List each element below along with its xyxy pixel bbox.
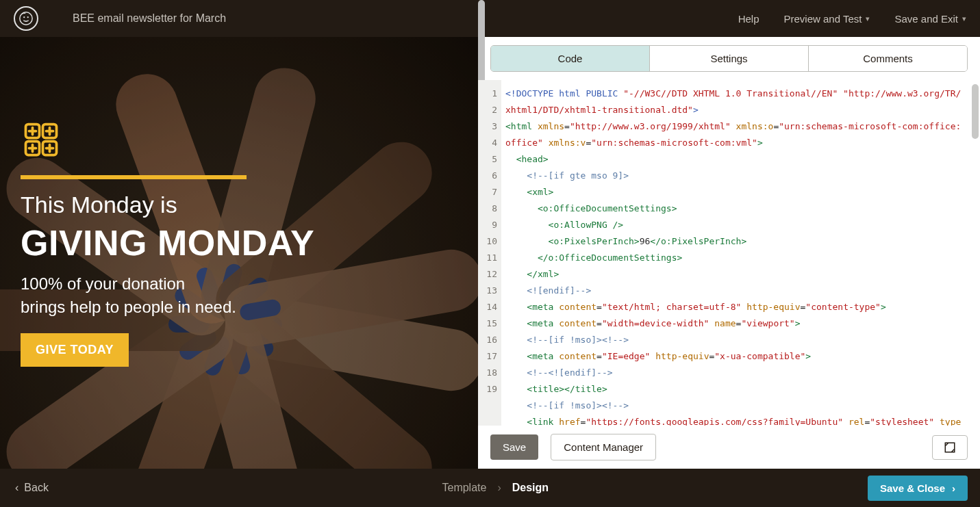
subhead-line2: brings help to people in need.	[21, 298, 457, 317]
code-line[interactable]: <meta content="text/html; charset=utf-8"…	[505, 299, 973, 315]
code-scrollbar[interactable]	[972, 84, 979, 139]
line-number: 19	[478, 381, 497, 398]
code-line[interactable]: <meta content="width=device-width" name=…	[505, 315, 973, 332]
code-line[interactable]: <!--<![endif]-->	[505, 365, 973, 381]
line-number: 5	[478, 151, 497, 168]
expand-editor-button[interactable]	[932, 435, 968, 460]
code-line[interactable]: <!--[if gte mso 9]>	[505, 168, 973, 184]
code-line[interactable]: </xml>	[505, 266, 973, 283]
line-number: 9	[478, 217, 497, 233]
content-manager-button[interactable]: Content Manager	[551, 434, 656, 460]
crumb-template[interactable]: Template	[442, 482, 486, 494]
headline-line1: This Monday is	[21, 192, 457, 218]
editor-tabs: Code Settings Comments	[490, 45, 968, 72]
line-number: 10	[478, 233, 497, 250]
line-number: 14	[478, 299, 497, 315]
help-label: Help	[738, 13, 759, 25]
accent-divider	[21, 175, 247, 179]
line-number: 3	[478, 118, 497, 135]
line-number: 1	[478, 86, 497, 102]
svg-point-2	[27, 16, 29, 18]
preview-content: This Monday is GIVING MONDAY 100% of you…	[0, 37, 478, 367]
email-preview-pane: This Monday is GIVING MONDAY 100% of you…	[0, 37, 478, 469]
chevron-right-icon: ›	[952, 482, 955, 494]
tab-comments[interactable]: Comments	[808, 46, 967, 71]
back-label: Back	[24, 482, 49, 494]
code-line[interactable]: <html xmlns="http://www.w3.org/1999/xhtm…	[505, 118, 973, 135]
crumb-design[interactable]: Design	[512, 482, 549, 494]
save-close-label: Save & Close	[880, 482, 945, 494]
line-number: 6	[478, 168, 497, 184]
tab-settings[interactable]: Settings	[649, 46, 808, 71]
code-line[interactable]: <o:OfficeDocumentSettings>	[505, 200, 973, 217]
help-link[interactable]: Help	[738, 13, 759, 25]
svg-point-1	[23, 16, 25, 18]
subhead-line1: 100% of your donation	[21, 274, 457, 294]
save-exit-menu[interactable]: Save and Exit ▾	[894, 13, 966, 25]
main-split: This Monday is GIVING MONDAY 100% of you…	[0, 37, 980, 469]
hands-together-icon	[21, 119, 62, 160]
code-line[interactable]: office" xmlns:v="urn:schemas-microsoft-c…	[505, 135, 973, 151]
chevron-right-icon: ›	[497, 482, 501, 494]
code-line[interactable]: <xml>	[505, 184, 973, 200]
save-button[interactable]: Save	[490, 434, 538, 460]
code-line[interactable]: <head>	[505, 151, 973, 168]
code-content[interactable]: <!DOCTYPE html PUBLIC "-//W3C//DTD XHTML…	[501, 80, 980, 426]
chevron-left-icon: ‹	[15, 482, 18, 494]
preview-test-label: Preview and Test	[783, 13, 862, 25]
give-today-button[interactable]: GIVE TODAY	[21, 333, 129, 367]
back-button[interactable]: ‹ Back	[15, 482, 49, 494]
app-footer: ‹ Back Template › Design Save & Close ›	[0, 469, 980, 507]
breadcrumb: Template › Design	[442, 482, 549, 494]
code-line[interactable]: </o:OfficeDocumentSettings>	[505, 250, 973, 266]
line-number: 11	[478, 250, 497, 266]
code-line[interactable]: <o:AllowPNG />	[505, 217, 973, 233]
code-line[interactable]: <link href="https://fonts.googleapis.com…	[505, 414, 973, 426]
editor-pane: Code Settings Comments 12345678910111213…	[478, 37, 980, 469]
line-number: 15	[478, 315, 497, 332]
code-line[interactable]: <!--[if !mso]><!-->	[505, 398, 973, 414]
line-number-gutter: 12345678910111213141516171819	[478, 80, 501, 426]
code-line[interactable]: <title></title>	[505, 381, 973, 398]
code-line[interactable]: xhtml1/DTD/xhtml1-transitional.dtd">	[505, 102, 973, 118]
line-number: 7	[478, 184, 497, 200]
app-header: BEE email newsletter for March Help Prev…	[0, 0, 980, 37]
code-line[interactable]: <!DOCTYPE html PUBLIC "-//W3C//DTD XHTML…	[505, 86, 973, 102]
line-number: 16	[478, 332, 497, 348]
tab-code[interactable]: Code	[491, 46, 649, 71]
line-number: 8	[478, 200, 497, 217]
mailchimp-logo[interactable]	[14, 6, 38, 31]
line-number: 4	[478, 135, 497, 151]
line-number: 2	[478, 102, 497, 118]
line-number: 18	[478, 365, 497, 381]
preview-test-menu[interactable]: Preview and Test ▾	[783, 13, 870, 25]
code-line[interactable]: <o:PixelsPerInch>96</o:PixelsPerInch>	[505, 233, 973, 250]
line-number: 13	[478, 283, 497, 299]
code-line[interactable]: <![endif]-->	[505, 283, 973, 299]
code-line[interactable]: <meta content="IE=edge" http-equiv="x-ua…	[505, 348, 973, 365]
campaign-title: BEE email newsletter for March	[73, 12, 226, 25]
code-editor[interactable]: 12345678910111213141516171819 <!DOCTYPE …	[478, 80, 980, 426]
save-close-button[interactable]: Save & Close ›	[868, 476, 968, 501]
headline-line2: GIVING MONDAY	[21, 222, 457, 263]
svg-point-0	[20, 12, 32, 25]
editor-footer: Save Content Manager	[478, 426, 980, 469]
chevron-down-icon: ▾	[866, 14, 870, 23]
code-line[interactable]: <!--[if !mso]><!-->	[505, 332, 973, 348]
save-exit-label: Save and Exit	[894, 13, 958, 25]
chevron-down-icon: ▾	[962, 14, 966, 23]
line-number: 12	[478, 266, 497, 283]
line-number: 17	[478, 348, 497, 365]
